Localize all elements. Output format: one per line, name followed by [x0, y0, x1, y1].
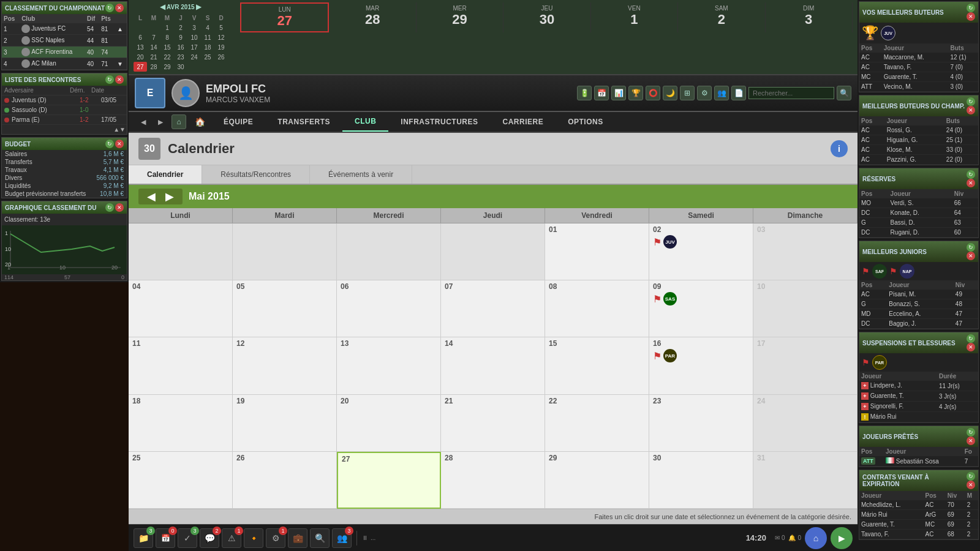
budget-refresh-btn[interactable]: ↻ [105, 140, 114, 148]
mini-cal-day[interactable]: 5 [214, 23, 228, 32]
taskbar-calendar2[interactable]: 📅 0 [156, 528, 175, 548]
mini-cal-day[interactable]: 30 [174, 62, 187, 72]
docs-icon[interactable]: 📄 [731, 86, 746, 100]
mini-cal-day[interactable]: 10 [187, 32, 201, 42]
taskbar-settings2[interactable]: ⚙ 1 [266, 528, 285, 548]
mini-cal-day[interactable] [201, 62, 214, 72]
table-row[interactable]: ACTavano, F.7 (0) [859, 62, 978, 72]
jun-close[interactable]: ✕ [967, 252, 975, 260]
match-item[interactable]: Parma (E) 1-2 17/05 [2, 115, 127, 125]
taskbar-check[interactable]: ✓ 3 [178, 528, 197, 548]
table-row[interactable]: Tavano, F.AC682 [859, 530, 978, 539]
mini-cal-day[interactable]: 27 [134, 62, 147, 72]
table-row[interactable]: ACPisani, M.49 [859, 290, 978, 299]
con-close[interactable]: ✕ [967, 481, 975, 489]
cal-cell[interactable]: 16 ⚑ PAR [649, 337, 753, 394]
table-row[interactable]: + Signorelli, F. 4 Jr(s) [859, 402, 978, 412]
trophy-icon2[interactable]: 🏆 [628, 86, 643, 100]
mini-cal-day[interactable]: 16 [174, 42, 187, 52]
week-day-sam[interactable]: SAM 2 [678, 2, 765, 32]
circle-icon[interactable]: ⭕ [646, 86, 660, 100]
mini-cal-day[interactable]: 7 [147, 32, 160, 42]
person-icon[interactable]: 👥 [714, 86, 729, 100]
res-close[interactable]: ✕ [967, 179, 975, 187]
mini-cal-day[interactable]: 25 [201, 52, 214, 62]
mini-cal-day[interactable]: 12 [214, 32, 228, 42]
graph-refresh-btn[interactable]: ↻ [105, 203, 114, 212]
table-row[interactable]: DCKonate, D.64 [859, 208, 978, 218]
ts-close[interactable]: ✕ [967, 12, 975, 21]
week-day-mer[interactable]: MER 29 [417, 2, 503, 32]
tab-resultats[interactable]: Résultats/Rencontres [202, 165, 310, 184]
week-day-jeu[interactable]: JEU 30 [503, 2, 590, 32]
chart-icon[interactable]: 📊 [611, 86, 626, 100]
sus-refresh[interactable]: ↻ [967, 334, 975, 343]
mini-cal-day[interactable]: 20 [134, 52, 147, 62]
cal-cell[interactable]: 14 [441, 337, 545, 394]
table-row[interactable]: MDEccelino, A.47 [859, 309, 978, 319]
loan-close[interactable]: ✕ [967, 437, 975, 445]
standings-row[interactable]: 2 SSC Naples 44 81 [2, 35, 127, 47]
tab-options[interactable]: OPTIONS [556, 113, 616, 131]
month-prev-btn[interactable]: ◀ [142, 190, 160, 203]
sus-close[interactable]: ✕ [967, 343, 975, 351]
ts-refresh[interactable]: ↻ [967, 4, 975, 12]
mini-cal-day[interactable]: 29 [160, 62, 174, 72]
matches-close-btn[interactable]: ✕ [115, 75, 124, 84]
cal-cell[interactable] [129, 223, 233, 280]
res-refresh[interactable]: ↻ [967, 170, 975, 179]
table-row[interactable]: ACPazzini, G.22 (0) [859, 155, 978, 165]
mini-cal-day[interactable] [134, 23, 147, 32]
taskbar-cone[interactable]: 🔸 [244, 528, 263, 548]
nav-home-icon[interactable]: ⌂ [172, 114, 186, 129]
mini-cal-day[interactable]: 15 [160, 42, 174, 52]
budget-close-btn[interactable]: ✕ [115, 140, 124, 148]
cal-cell[interactable]: 12 [233, 337, 337, 394]
cal-cell[interactable]: 15 [545, 337, 649, 394]
table-row[interactable]: Guarente, T.MC692 [859, 520, 978, 530]
taskbar-search2[interactable]: 🔍 [310, 528, 330, 548]
table-row[interactable]: Mário RuiArG692 [859, 510, 978, 520]
taskbar-chat[interactable]: 💬 2 [200, 528, 219, 548]
cal-cell[interactable] [337, 223, 441, 280]
match-item[interactable]: Juventus (D) 1-2 03/05 [2, 96, 127, 105]
taskbar-warn[interactable]: ⚠ 1 [222, 528, 241, 548]
table-row[interactable]: ACHiguaín, G.25 (1) [859, 135, 978, 145]
table-row[interactable]: MOVerdi, S.66 [859, 198, 978, 208]
taskbar-folder[interactable]: 📁 3 [134, 528, 153, 548]
table-row[interactable]: ATTVecino, M.3 (0) [859, 82, 978, 92]
table-row[interactable]: ACMaccarone, M.12 (1) [859, 53, 978, 62]
cal-cell[interactable]: 31 [753, 452, 858, 509]
tab-equipe[interactable]: ÉQUIPE [211, 113, 265, 131]
table-row[interactable]: + Lindpere, J. 11 Jr(s) [859, 381, 978, 391]
cal-cell[interactable]: 03 [753, 223, 858, 280]
cal-cell[interactable]: 01 [545, 223, 649, 280]
standings-row[interactable]: 4 AC Milan 40 71 ▼ [2, 58, 127, 70]
mini-cal-day[interactable]: 24 [187, 52, 201, 62]
mini-cal-day[interactable]: 23 [174, 52, 187, 62]
cal-cell[interactable]: 23 [649, 395, 753, 452]
cal-cell[interactable]: 26 [233, 452, 337, 509]
info-button[interactable]: i [831, 140, 848, 157]
week-day-lun[interactable]: LUN 27 [240, 2, 329, 32]
moon-icon[interactable]: 🌙 [663, 86, 677, 100]
mini-cal-day[interactable] [147, 23, 160, 32]
mini-cal-day[interactable]: 19 [214, 42, 228, 52]
grid-icon[interactable]: ⊞ [680, 86, 695, 100]
cal-cell[interactable]: 06 [337, 280, 441, 337]
settings-icon[interactable]: ⚙ [697, 86, 712, 100]
tab-infrastructures[interactable]: INFRASTRUCTURES [388, 113, 490, 131]
table-row[interactable]: DCBaggio, J.47 [859, 319, 978, 329]
table-row[interactable]: MCGuarente, T.4 (0) [859, 72, 978, 82]
search-btn[interactable]: 🔍 [837, 86, 851, 100]
mini-cal-day[interactable]: 4 [201, 23, 214, 32]
loan-refresh[interactable]: ↻ [967, 428, 975, 437]
taskbar-play-btn[interactable]: ▶ [831, 527, 853, 549]
mini-cal-day[interactable]: 3 [187, 23, 201, 32]
calendar-icon[interactable]: 📅 [594, 86, 609, 100]
week-day-mar[interactable]: MAR 28 [329, 2, 416, 32]
battery-icon[interactable]: 🔋 [577, 86, 592, 100]
mini-cal-prev[interactable]: ◀ [160, 2, 165, 11]
table-row[interactable]: Mchedlidze, L.AC702 [859, 500, 978, 510]
con-refresh[interactable]: ↻ [967, 472, 975, 481]
